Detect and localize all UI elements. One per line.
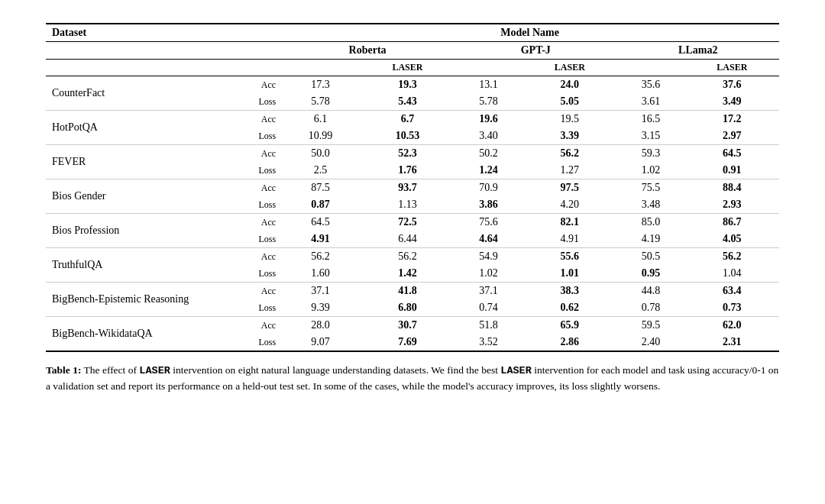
table-row: Bios GenderAcc87.593.770.997.575.588.4 <box>46 179 779 197</box>
loss-value: 1.04 <box>685 265 779 283</box>
loss-value: 0.91 <box>685 162 779 179</box>
loss-value: 1.02 <box>455 265 522 283</box>
dataset-name-cell: CounterFact <box>46 76 251 111</box>
acc-value: 97.5 <box>522 179 616 197</box>
acc-value: 64.5 <box>685 145 779 163</box>
acc-value: 86.7 <box>685 214 779 231</box>
loss-value: 4.64 <box>455 231 522 248</box>
acc-value: 51.8 <box>455 317 522 334</box>
gptj-header: GPT-J <box>455 42 616 60</box>
acc-value: 75.6 <box>455 214 522 231</box>
loss-value: 4.91 <box>522 231 616 248</box>
acc-value: 17.2 <box>685 111 779 128</box>
table-caption: Table 1: The effect of LASER interventio… <box>46 363 779 395</box>
metric-label-loss: Loss <box>251 196 280 214</box>
acc-value: 56.2 <box>361 248 455 266</box>
roberta-laser-header: LASER <box>361 60 455 76</box>
acc-value: 72.5 <box>361 214 455 231</box>
dataset-name-cell: Bios Gender <box>46 179 251 214</box>
metric-label-loss: Loss <box>251 128 280 145</box>
acc-value: 70.9 <box>455 179 522 197</box>
acc-value: 38.3 <box>522 283 616 300</box>
loss-value: 4.19 <box>616 231 684 248</box>
metric-label-loss: Loss <box>251 334 280 351</box>
loss-value: 3.86 <box>455 196 522 214</box>
acc-value: 64.5 <box>280 214 361 231</box>
metric-label-acc: Acc <box>251 283 280 300</box>
table-row: FEVERAcc50.052.350.256.259.364.5 <box>46 145 779 163</box>
loss-value: 1.02 <box>616 162 684 179</box>
loss-value: 3.52 <box>455 334 522 351</box>
acc-value: 35.6 <box>616 76 684 94</box>
loss-value: 3.48 <box>616 196 684 214</box>
metric-label-loss: Loss <box>251 265 280 283</box>
metric-label-acc: Acc <box>251 317 280 334</box>
loss-value: 1.42 <box>361 265 455 283</box>
table-row: Bios ProfessionAcc64.572.575.682.185.086… <box>46 214 779 231</box>
acc-value: 17.3 <box>280 76 361 94</box>
acc-value: 19.6 <box>455 111 522 128</box>
acc-value: 63.4 <box>685 283 779 300</box>
loss-value: 0.62 <box>522 299 616 317</box>
acc-value: 19.3 <box>361 76 455 94</box>
loss-value: 5.43 <box>361 93 455 111</box>
acc-value: 75.5 <box>616 179 684 197</box>
metric-label-acc: Acc <box>251 76 280 94</box>
loss-value: 4.05 <box>685 231 779 248</box>
loss-value: 2.31 <box>685 334 779 351</box>
table-row: HotPotQAAcc6.16.719.619.516.517.2 <box>46 111 779 128</box>
loss-value: 2.93 <box>685 196 779 214</box>
metric-label-acc: Acc <box>251 248 280 266</box>
acc-value: 50.0 <box>280 145 361 163</box>
loss-value: 7.69 <box>361 334 455 351</box>
loss-value: 2.5 <box>280 162 361 179</box>
acc-value: 19.5 <box>522 111 616 128</box>
acc-value: 44.8 <box>616 283 684 300</box>
loss-value: 0.74 <box>455 299 522 317</box>
acc-value: 56.2 <box>280 248 361 266</box>
gptj-laser-header: LASER <box>522 60 616 76</box>
loss-value: 1.27 <box>522 162 616 179</box>
metric-label-acc: Acc <box>251 111 280 128</box>
acc-value: 85.0 <box>616 214 684 231</box>
acc-value: 13.1 <box>455 76 522 94</box>
loss-value: 4.20 <box>522 196 616 214</box>
dataset-name-cell: BigBench-Epistemic Reasoning <box>46 283 251 317</box>
table-header-row2: Roberta GPT-J LLama2 <box>46 42 779 60</box>
results-table: Dataset Model Name Roberta GPT-J LLama2 … <box>46 23 779 352</box>
roberta-base-header <box>280 60 361 76</box>
acc-value: 28.0 <box>280 317 361 334</box>
loss-value: 4.91 <box>280 231 361 248</box>
loss-value: 2.97 <box>685 128 779 145</box>
acc-value: 24.0 <box>522 76 616 94</box>
acc-value: 41.8 <box>361 283 455 300</box>
acc-value: 52.3 <box>361 145 455 163</box>
table-row: BigBench-WikidataQAAcc28.030.751.865.959… <box>46 317 779 334</box>
metric-label-acc: Acc <box>251 145 280 163</box>
metric-label-loss: Loss <box>251 299 280 317</box>
loss-value: 10.99 <box>280 128 361 145</box>
acc-value: 6.7 <box>361 111 455 128</box>
acc-value: 93.7 <box>361 179 455 197</box>
metric-header-empty <box>251 24 280 42</box>
loss-value: 6.80 <box>361 299 455 317</box>
loss-value: 3.40 <box>455 128 522 145</box>
main-container: Dataset Model Name Roberta GPT-J LLama2 … <box>46 23 779 395</box>
dataset-header-empty2 <box>46 60 251 76</box>
loss-value: 3.15 <box>616 128 684 145</box>
loss-value: 5.78 <box>280 93 361 111</box>
gptj-base-header <box>455 60 522 76</box>
dataset-name-cell: TruthfulQA <box>46 248 251 283</box>
table-header-row1: Dataset Model Name <box>46 24 779 42</box>
dataset-header-empty <box>46 42 251 60</box>
table-row: BigBench-Epistemic ReasoningAcc37.141.83… <box>46 283 779 300</box>
acc-value: 30.7 <box>361 317 455 334</box>
laser-mention-2: LASER <box>500 365 532 376</box>
loss-value: 1.13 <box>361 196 455 214</box>
acc-value: 54.9 <box>455 248 522 266</box>
metric-label-loss: Loss <box>251 162 280 179</box>
table-row: CounterFactAcc17.319.313.124.035.637.6 <box>46 76 779 94</box>
loss-value: 9.39 <box>280 299 361 317</box>
caption-label: Table 1: <box>46 364 81 376</box>
loss-value: 2.86 <box>522 334 616 351</box>
